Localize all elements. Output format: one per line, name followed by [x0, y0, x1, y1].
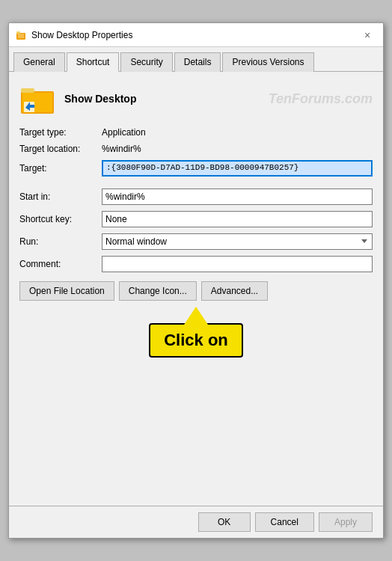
- app-name: Show Desktop: [64, 93, 136, 105]
- tooltip-text: Click on: [164, 331, 228, 349]
- window-title: Show Desktop Properties: [31, 30, 358, 40]
- footer: OK Cancel Apply: [9, 506, 383, 538]
- start-in-label: Start in:: [19, 191, 102, 202]
- app-icon: [19, 81, 55, 117]
- start-in-input[interactable]: [102, 188, 373, 205]
- start-in-row: Start in:: [19, 188, 373, 205]
- tab-security[interactable]: Security: [120, 52, 172, 72]
- tab-bar: General Shortcut Security Details Previo…: [9, 47, 383, 72]
- close-button[interactable]: ×: [358, 28, 377, 43]
- apply-button[interactable]: Apply: [319, 512, 373, 532]
- svg-rect-1: [16, 31, 20, 34]
- cancel-button[interactable]: Cancel: [255, 512, 314, 532]
- advanced-button[interactable]: Advanced...: [201, 281, 268, 301]
- target-type-value: Application: [102, 127, 146, 138]
- tab-shortcut[interactable]: Shortcut: [67, 52, 120, 72]
- ok-button[interactable]: OK: [198, 512, 251, 532]
- run-label: Run:: [19, 236, 102, 247]
- svg-rect-4: [21, 88, 34, 93]
- comment-row: Comment:: [19, 256, 373, 272]
- comment-input[interactable]: [102, 256, 373, 272]
- tab-content: Show Desktop TenForums.com Target type: …: [9, 72, 383, 506]
- shortcut-key-label: Shortcut key:: [19, 214, 102, 224]
- target-type-label: Target type:: [19, 127, 102, 138]
- run-row: Run: Normal window: [19, 233, 373, 250]
- svg-rect-2: [18, 34, 24, 38]
- properties-window: Show Desktop Properties × General Shortc…: [8, 22, 384, 539]
- tab-previous-versions[interactable]: Previous Versions: [222, 52, 313, 72]
- target-input[interactable]: :{3080F90D-D7AD-11D9-BD98-0000947B0257}: [102, 160, 373, 177]
- tab-details[interactable]: Details: [174, 52, 221, 72]
- watermark: TenForums.com: [269, 91, 373, 107]
- change-icon-button[interactable]: Change Icon...: [119, 281, 197, 301]
- target-location-label: Target location:: [19, 144, 102, 154]
- app-header: Show Desktop TenForums.com: [19, 81, 373, 117]
- target-location-value: %windir%: [102, 144, 141, 154]
- comment-label: Comment:: [19, 259, 102, 269]
- target-label: Target:: [19, 163, 102, 174]
- tooltip-box: Click on: [149, 323, 243, 358]
- target-row: Target: :{3080F90D-D7AD-11D9-BD98-000094…: [19, 160, 373, 177]
- target-type-row: Target type: Application: [19, 127, 373, 138]
- window-icon: [15, 29, 27, 41]
- title-bar: Show Desktop Properties ×: [9, 23, 383, 47]
- action-buttons: Open File Location Change Icon... Advanc…: [19, 281, 373, 301]
- run-select[interactable]: Normal window: [102, 233, 373, 250]
- shortcut-key-input[interactable]: [102, 211, 373, 227]
- tooltip-arrow: [184, 307, 208, 325]
- tooltip-area: Click on: [19, 308, 373, 368]
- tab-general[interactable]: General: [13, 52, 65, 72]
- open-file-location-button[interactable]: Open File Location: [19, 281, 114, 301]
- target-location-row: Target location: %windir%: [19, 144, 373, 154]
- shortcut-key-row: Shortcut key:: [19, 211, 373, 227]
